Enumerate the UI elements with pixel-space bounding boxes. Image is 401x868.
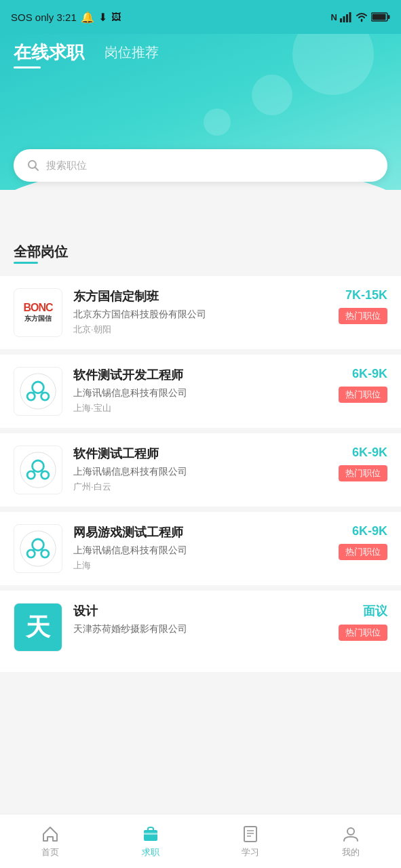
nfc-icon: N [331, 12, 337, 22]
job-tag: 热门职位 [339, 387, 387, 403]
job-card[interactable]: 网易游戏测试工程师 上海讯锡信息科技有限公司 上海 6K-9K 热门职位 [0, 512, 401, 585]
search-box[interactable]: 搜索职位 [14, 149, 387, 182]
job-list: BONC 东方国信 东方国信定制班 北京东方国信科技股份有限公司 北京·朝阳 7… [0, 276, 401, 745]
bottom-nav: 首页 求职 学习 我的 [0, 814, 401, 868]
job-tag: 热门职位 [339, 544, 387, 560]
job-right: 6K-9K 热门职位 [339, 446, 387, 481]
home-icon [41, 825, 60, 844]
nav-label-home: 首页 [41, 846, 59, 859]
job-salary: 6K-9K [352, 524, 387, 538]
job-company: 北京东方国信科技股份有限公司 [73, 309, 328, 321]
job-right: 7K-15K 热门职位 [339, 288, 387, 324]
job-card[interactable]: 天 设计 天津苏荷婚纱摄影有限公司 面议 热门职位 [0, 591, 401, 672]
nav-item-jobs[interactable]: 求职 [100, 825, 201, 859]
svg-rect-1 [343, 16, 345, 22]
company-logo [14, 524, 62, 573]
section-title: 全部岗位 [14, 243, 68, 261]
status-right: N [331, 12, 390, 22]
tab-job-recommend[interactable]: 岗位推荐 [104, 43, 159, 62]
nav-item-home[interactable]: 首页 [0, 825, 100, 859]
job-salary: 面议 [363, 603, 387, 619]
svg-rect-2 [346, 14, 348, 22]
job-tag: 热门职位 [339, 465, 387, 481]
job-card[interactable]: BONC 东方国信 东方国信定制班 北京东方国信科技股份有限公司 北京·朝阳 7… [0, 276, 401, 349]
mine-icon [341, 825, 360, 844]
job-info: 东方国信定制班 北京东方国信科技股份有限公司 北京·朝阳 [73, 288, 328, 336]
job-salary: 7K-15K [345, 288, 387, 302]
job-right: 6K-9K 热门职位 [339, 524, 387, 560]
job-card[interactable]: 软件测试工程师 上海讯锡信息科技有限公司 广州·白云 6K-9K 热门职位 [0, 433, 401, 507]
nav-item-learn[interactable]: 学习 [201, 825, 301, 859]
job-location: 北京·朝阳 [73, 323, 328, 336]
job-location: 上海·宝山 [73, 402, 328, 414]
search-icon [27, 159, 39, 172]
job-tag: 热门职位 [339, 308, 387, 324]
job-info: 网易游戏测试工程师 上海讯锡信息科技有限公司 上海 [73, 524, 328, 572]
job-info: 软件测试工程师 上海讯锡信息科技有限公司 广州·白云 [73, 446, 328, 493]
job-title: 设计 [73, 603, 328, 619]
xunxi-logo-icon [19, 451, 57, 489]
tian-char: 天 [26, 611, 50, 644]
job-location: 上海 [73, 559, 328, 572]
svg-point-15 [20, 452, 56, 488]
tab-online-jobs[interactable]: 在线求职 [14, 41, 84, 64]
svg-rect-27 [144, 830, 157, 841]
job-title: 网易游戏测试工程师 [73, 524, 328, 540]
search-placeholder: 搜索职位 [46, 159, 87, 172]
nav-label-jobs: 求职 [142, 846, 159, 859]
wifi-icon [355, 12, 368, 22]
job-title: 软件测试工程师 [73, 446, 328, 462]
job-company: 上海讯锡信息科技有限公司 [73, 466, 328, 478]
company-logo [14, 446, 62, 494]
svg-rect-29 [244, 827, 256, 842]
section-header: 全部岗位 [0, 229, 401, 268]
job-title: 东方国信定制班 [73, 288, 328, 304]
xunxi-logo-icon [19, 372, 57, 410]
job-right: 6K-9K 热门职位 [339, 367, 387, 403]
svg-point-9 [20, 374, 56, 409]
image-icon: 🖼 [111, 12, 121, 22]
download-icon: ⬇ [98, 11, 107, 24]
status-left: SOS only 3:21 🔔 ⬇ 🖼 [11, 11, 121, 24]
job-salary: 6K-9K [352, 367, 387, 381]
company-logo [14, 367, 62, 416]
job-info: 软件测试开发工程师 上海讯锡信息科技有限公司 上海·宝山 [73, 367, 328, 414]
job-location: 广州·白云 [73, 481, 328, 493]
svg-rect-6 [373, 14, 386, 20]
job-card[interactable]: 软件测试开发工程师 上海讯锡信息科技有限公司 上海·宝山 6K-9K 热门职位 [0, 355, 401, 428]
job-company: 天津苏荷婚纱摄影有限公司 [73, 623, 328, 635]
job-info: 设计 天津苏荷婚纱摄影有限公司 [73, 603, 328, 638]
signal-icon [340, 12, 352, 22]
company-logo: BONC 东方国信 [14, 288, 62, 337]
company-logo: 天 [14, 603, 62, 652]
svg-point-33 [347, 828, 354, 835]
job-company: 上海讯锡信息科技有限公司 [73, 387, 328, 399]
svg-rect-3 [349, 12, 351, 22]
svg-rect-5 [388, 15, 390, 19]
job-title: 软件测试开发工程师 [73, 367, 328, 383]
job-salary: 6K-9K [352, 446, 387, 460]
jobs-icon [141, 825, 160, 844]
job-right: 面议 热门职位 [339, 603, 387, 641]
svg-rect-0 [340, 18, 342, 22]
status-text: SOS only 3:21 [11, 12, 77, 23]
battery-icon [371, 12, 390, 22]
svg-point-21 [20, 531, 56, 566]
nav-label-learn: 学习 [242, 846, 259, 859]
svg-line-8 [35, 167, 39, 171]
job-company: 上海讯锡信息科技有限公司 [73, 545, 328, 557]
status-bar: SOS only 3:21 🔔 ⬇ 🖼 N [0, 0, 401, 34]
nav-label-mine: 我的 [342, 846, 360, 859]
job-tag: 热门职位 [339, 625, 387, 641]
search-container: 搜索职位 [0, 149, 401, 182]
nav-item-mine[interactable]: 我的 [301, 825, 401, 859]
learn-icon [241, 825, 260, 844]
xunxi-logo-icon [19, 530, 57, 568]
svg-rect-28 [144, 833, 157, 835]
bell-icon: 🔔 [81, 11, 94, 24]
